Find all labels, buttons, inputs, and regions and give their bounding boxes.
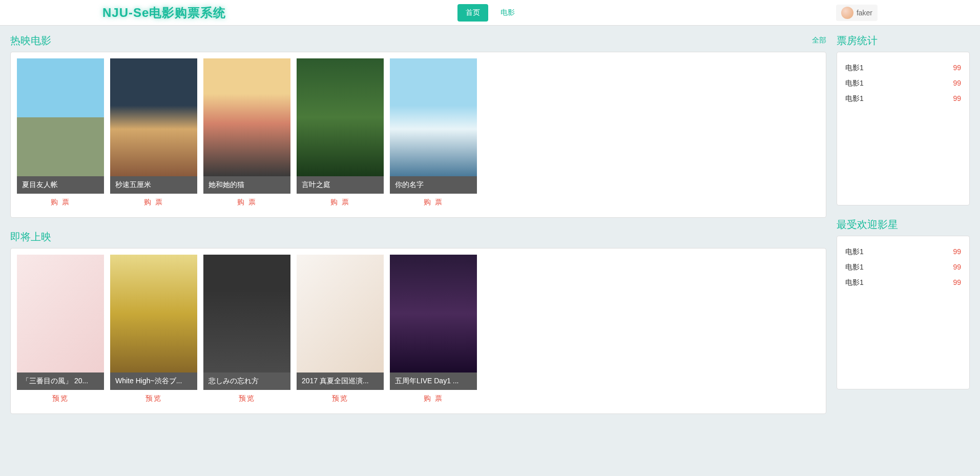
coming-soon-title-text: 即将上映 bbox=[10, 231, 51, 242]
movie-poster[interactable] bbox=[203, 255, 290, 372]
movie-action: 购 票 bbox=[297, 194, 384, 211]
movie-title: 你的名字 bbox=[390, 176, 477, 194]
movie-poster[interactable] bbox=[390, 255, 477, 372]
movie-card[interactable]: 言叶之庭 购 票 bbox=[297, 58, 384, 211]
box-office-row: 电影1 99 bbox=[845, 91, 961, 107]
buy-ticket-link[interactable]: 购 票 bbox=[144, 198, 163, 206]
now-showing-all-link[interactable]: 全部 bbox=[812, 36, 826, 45]
box-office-title: 票房统计 bbox=[837, 34, 970, 48]
buy-ticket-link[interactable]: 购 票 bbox=[51, 198, 70, 206]
popular-stars-title: 最受欢迎影星 bbox=[837, 218, 970, 232]
movie-action: 预览 bbox=[297, 390, 384, 407]
buy-ticket-link[interactable]: 购 票 bbox=[330, 198, 350, 206]
brand-wrap: NJU-Se电影购票系统 bbox=[102, 5, 226, 21]
movie-poster[interactable] bbox=[110, 58, 197, 176]
movie-poster[interactable] bbox=[110, 255, 197, 372]
movie-title: 言叶之庭 bbox=[297, 176, 384, 194]
movie-card[interactable]: 夏目友人帐 购 票 bbox=[17, 58, 104, 211]
star-name: 电影1 bbox=[845, 278, 864, 287]
movie-action: 购 票 bbox=[203, 194, 290, 211]
movie-card[interactable]: 秒速五厘米 购 票 bbox=[110, 58, 197, 211]
movie-action: 购 票 bbox=[390, 390, 477, 407]
nav-links: 首页 电影 bbox=[455, 4, 525, 22]
movie-card[interactable]: White High~渋谷ブ... 预览 bbox=[110, 255, 197, 407]
buy-ticket-link[interactable]: 购 票 bbox=[424, 198, 443, 206]
movie-action: 预览 bbox=[17, 390, 104, 407]
nav-movie[interactable]: 电影 bbox=[492, 4, 523, 22]
movie-card[interactable]: 2017 真夏全国巡演... 预览 bbox=[297, 255, 384, 407]
movie-poster[interactable] bbox=[297, 58, 384, 176]
avatar bbox=[841, 7, 853, 19]
movie-action: 购 票 bbox=[110, 194, 197, 211]
user-menu[interactable]: faker bbox=[836, 5, 878, 21]
preview-link[interactable]: 预览 bbox=[239, 394, 255, 402]
popular-star-row: 电影1 99 bbox=[845, 260, 961, 275]
star-value: 99 bbox=[953, 247, 961, 257]
main-container: 热映电影 全部 夏目友人帐 购 票 秒速五厘米 购 票 她和她的猫 购 票 言叶… bbox=[0, 26, 980, 434]
popular-stars-panel: 电影1 99 电影1 99 电影1 99 bbox=[837, 236, 970, 389]
star-value: 99 bbox=[953, 263, 961, 272]
movie-poster[interactable] bbox=[390, 58, 477, 176]
sidebar: 票房统计 电影1 99 电影1 99 电影1 99 最受欢迎影星 电影1 99 … bbox=[837, 34, 970, 426]
movie-card[interactable]: 五周年LIVE Day1 ... 购 票 bbox=[390, 255, 477, 407]
movie-poster[interactable] bbox=[17, 58, 104, 176]
nav-home[interactable]: 首页 bbox=[457, 4, 488, 22]
movie-title: 她和她的猫 bbox=[203, 176, 290, 194]
popular-star-row: 电影1 99 bbox=[845, 275, 961, 291]
box-office-row: 电影1 99 bbox=[845, 60, 961, 76]
box-office-row: 电影1 99 bbox=[845, 76, 961, 91]
star-name: 电影1 bbox=[845, 247, 864, 257]
movie-title: 秒速五厘米 bbox=[110, 176, 197, 194]
now-showing-title-text: 热映电影 bbox=[10, 35, 51, 46]
movie-poster[interactable] bbox=[203, 58, 290, 176]
main-column: 热映电影 全部 夏目友人帐 购 票 秒速五厘米 购 票 她和她的猫 购 票 言叶… bbox=[10, 34, 826, 426]
movie-title: 2017 真夏全国巡演... bbox=[297, 372, 384, 390]
coming-soon-panel: 「三番目の風」 20... 预览 White High~渋谷ブ... 预览 悲し… bbox=[10, 248, 826, 414]
preview-link[interactable]: 预览 bbox=[332, 394, 348, 402]
star-name: 电影1 bbox=[845, 263, 864, 272]
movie-value: 99 bbox=[953, 64, 961, 73]
movie-action: 购 票 bbox=[390, 194, 477, 211]
box-office-panel: 电影1 99 电影1 99 电影1 99 bbox=[837, 52, 970, 205]
movie-card[interactable]: 「三番目の風」 20... 预览 bbox=[17, 255, 104, 407]
buy-ticket-link[interactable]: 购 票 bbox=[424, 394, 443, 402]
movie-card[interactable]: 悲しみの忘れ方 预览 bbox=[203, 255, 290, 407]
navbar: NJU-Se电影购票系统 首页 电影 faker bbox=[0, 0, 980, 26]
movie-title: 「三番目の風」 20... bbox=[17, 372, 104, 390]
movie-value: 99 bbox=[953, 94, 961, 104]
username: faker bbox=[857, 9, 872, 17]
movie-title: 悲しみの忘れ方 bbox=[203, 372, 290, 390]
movie-title: White High~渋谷ブ... bbox=[110, 372, 197, 390]
movie-name: 电影1 bbox=[845, 79, 864, 88]
movie-poster[interactable] bbox=[17, 255, 104, 372]
movie-poster[interactable] bbox=[297, 255, 384, 372]
movie-title: 夏目友人帐 bbox=[17, 176, 104, 194]
movie-title: 五周年LIVE Day1 ... bbox=[390, 372, 477, 390]
movie-name: 电影1 bbox=[845, 94, 864, 104]
preview-link[interactable]: 预览 bbox=[52, 394, 69, 402]
movie-action: 预览 bbox=[110, 390, 197, 407]
movie-action: 购 票 bbox=[17, 194, 104, 211]
star-value: 99 bbox=[953, 278, 961, 287]
movie-card[interactable]: 她和她的猫 购 票 bbox=[203, 58, 290, 211]
buy-ticket-link[interactable]: 购 票 bbox=[237, 198, 257, 206]
movie-action: 预览 bbox=[203, 390, 290, 407]
movie-name: 电影1 bbox=[845, 64, 864, 73]
coming-soon-title: 即将上映 bbox=[10, 230, 826, 244]
movie-card[interactable]: 你的名字 购 票 bbox=[390, 58, 477, 211]
popular-star-row: 电影1 99 bbox=[845, 244, 961, 260]
movie-value: 99 bbox=[953, 79, 961, 88]
preview-link[interactable]: 预览 bbox=[145, 394, 162, 402]
now-showing-panel: 夏目友人帐 购 票 秒速五厘米 购 票 她和她的猫 购 票 言叶之庭 购 票 你… bbox=[10, 52, 826, 218]
now-showing-title: 热映电影 全部 bbox=[10, 34, 826, 48]
brand-logo[interactable]: NJU-Se电影购票系统 bbox=[102, 6, 226, 19]
